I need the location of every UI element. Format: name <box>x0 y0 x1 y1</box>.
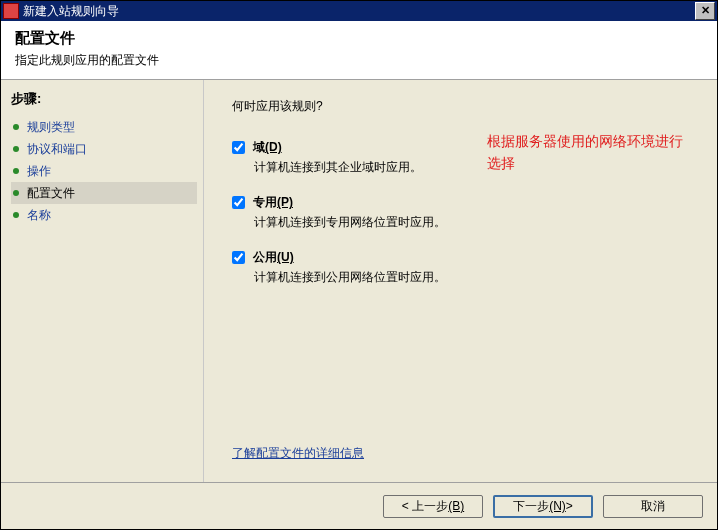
body: 步骤: 规则类型 协议和端口 操作 配置文件 名称 何时应用该规则? 域(D) … <box>1 80 717 482</box>
sidebar-item-action[interactable]: 操作 <box>11 160 197 182</box>
sidebar-item-name[interactable]: 名称 <box>11 204 197 226</box>
option-label: 公用(U) <box>253 249 294 266</box>
main-panel: 何时应用该规则? 域(D) 计算机连接到其企业域时应用。 专用(P) 计算机连接… <box>204 80 717 482</box>
title-bar: 新建入站规则向导 ✕ <box>1 1 717 21</box>
option-label: 专用(P) <box>253 194 293 211</box>
sidebar: 步骤: 规则类型 协议和端口 操作 配置文件 名称 <box>1 80 204 482</box>
back-button[interactable]: < 上一步(B) <box>383 495 483 518</box>
bullet-icon <box>13 168 19 174</box>
sidebar-item-label: 协议和端口 <box>27 141 87 158</box>
sidebar-item-label: 名称 <box>27 207 51 224</box>
bullet-icon <box>13 212 19 218</box>
header: 配置文件 指定此规则应用的配置文件 <box>1 21 717 80</box>
option-public: 公用(U) 计算机连接到公用网络位置时应用。 <box>232 249 697 286</box>
sidebar-item-label: 操作 <box>27 163 51 180</box>
wizard-window: 新建入站规则向导 ✕ 配置文件 指定此规则应用的配置文件 步骤: 规则类型 协议… <box>0 0 718 530</box>
sidebar-item-label: 配置文件 <box>27 185 75 202</box>
steps-heading: 步骤: <box>11 90 197 108</box>
bullet-icon <box>13 146 19 152</box>
sidebar-item-protocol-port[interactable]: 协议和端口 <box>11 138 197 160</box>
bullet-icon <box>13 124 19 130</box>
window-title: 新建入站规则向导 <box>23 3 695 20</box>
page-subtitle: 指定此规则应用的配置文件 <box>15 52 703 69</box>
sidebar-item-rule-type[interactable]: 规则类型 <box>11 116 197 138</box>
question-text: 何时应用该规则? <box>232 98 697 115</box>
checkbox-domain[interactable] <box>232 141 245 154</box>
checkbox-public[interactable] <box>232 251 245 264</box>
sidebar-item-label: 规则类型 <box>27 119 75 136</box>
page-title: 配置文件 <box>15 29 703 48</box>
option-desc: 计算机连接到公用网络位置时应用。 <box>254 269 697 286</box>
option-private: 专用(P) 计算机连接到专用网络位置时应用。 <box>232 194 697 231</box>
option-label: 域(D) <box>253 139 282 156</box>
learn-more-link[interactable]: 了解配置文件的详细信息 <box>232 445 364 462</box>
button-bar: < 上一步(B) 下一步(N) > 取消 <box>1 482 717 529</box>
sidebar-item-profile[interactable]: 配置文件 <box>11 182 197 204</box>
bullet-icon <box>13 190 19 196</box>
next-button[interactable]: 下一步(N) > <box>493 495 593 518</box>
cancel-button[interactable]: 取消 <box>603 495 703 518</box>
annotation-text: 根据服务器使用的网络环境进行选择 <box>487 130 687 175</box>
app-icon <box>3 3 19 19</box>
step-list: 规则类型 协议和端口 操作 配置文件 名称 <box>11 116 197 226</box>
option-desc: 计算机连接到专用网络位置时应用。 <box>254 214 697 231</box>
close-icon[interactable]: ✕ <box>695 2 715 20</box>
checkbox-private[interactable] <box>232 196 245 209</box>
